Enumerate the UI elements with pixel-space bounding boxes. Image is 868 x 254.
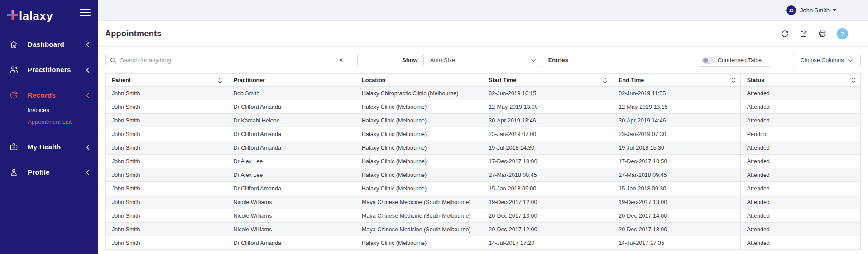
end-time-cell: 19-Jul-2018 15:30 bbox=[612, 141, 741, 155]
toggle-switch-icon bbox=[702, 57, 714, 64]
end-time-cell: 12-May-2019 13:15 bbox=[612, 100, 741, 114]
location-cell: Maya Chinese Medicine (South Melbourne) bbox=[355, 195, 482, 209]
table-row[interactable]: John SmithDr Clifford AmandaHalaxy Clini… bbox=[106, 127, 861, 141]
sidebar-group-profile: Profile bbox=[0, 166, 98, 178]
halaxy-logo[interactable]: lalaxy bbox=[6, 8, 53, 24]
practitioner-cell: Dr Clifford Amanda bbox=[227, 182, 355, 195]
sidebar-subitem-appointment-list[interactable]: Appointment List bbox=[0, 116, 98, 127]
column-header-label: Status bbox=[747, 77, 764, 83]
start-time-cell: 20-Dec-2017 13:00 bbox=[482, 209, 612, 223]
start-time-cell: 30-Apr-2019 13:46 bbox=[482, 114, 612, 127]
table-row[interactable]: John SmithDr Clifford AmandaHalaxy Clini… bbox=[106, 141, 861, 155]
status-cell: Attended bbox=[740, 209, 860, 223]
sidebar-item-my-health[interactable]: My Health bbox=[0, 140, 98, 153]
status-cell: Attended bbox=[740, 182, 860, 195]
export-button[interactable] bbox=[799, 29, 808, 38]
end-time-cell: 20-Dec-2017 14:00 bbox=[612, 209, 741, 223]
table-row[interactable]: John SmithNicole WilliamsMaya Chinese Me… bbox=[106, 209, 861, 223]
status-cell: Attended bbox=[740, 223, 860, 236]
status-cell: Attended bbox=[740, 141, 860, 155]
table-row[interactable]: John SmithDr Clifford AmandaHalaxy Clini… bbox=[106, 182, 861, 195]
column-header-status[interactable]: Status bbox=[740, 74, 860, 87]
chevron-left-icon bbox=[86, 41, 90, 47]
patient-cell: John Smith bbox=[106, 100, 227, 114]
table-row[interactable]: John SmithDr Kamahl HeleneHalaxy Clinic … bbox=[106, 114, 861, 127]
sidebar-group-practitioners: Practitioners bbox=[0, 63, 98, 76]
sidebar-logo-row: lalaxy bbox=[0, 0, 98, 25]
practitioner-cell: Bob Smith bbox=[227, 87, 355, 100]
appointments-table: PatientPractitionerLocationStart TimeEnd… bbox=[105, 73, 861, 250]
status-cell: Attended bbox=[740, 155, 860, 168]
end-time-cell: 19-Dec-2017 13:00 bbox=[612, 195, 741, 209]
user-menu[interactable]: JS John Smith bbox=[786, 5, 836, 15]
start-time-cell: 19-Dec-2017 12:00 bbox=[482, 195, 612, 209]
hamburger-menu-icon[interactable] bbox=[80, 9, 91, 16]
column-header-location: Location bbox=[355, 74, 482, 87]
column-header-start-time[interactable]: Start Time bbox=[482, 74, 612, 87]
sidebar-item-dashboard[interactable]: Dashboard bbox=[0, 38, 98, 50]
end-time-cell: 15-Jan-2018 09:30 bbox=[612, 182, 741, 195]
location-cell: Halaxy Clinic (Melbourne) bbox=[355, 168, 482, 182]
chevron-down-icon bbox=[833, 9, 836, 11]
practitioner-cell: Dr Alex Lee bbox=[227, 155, 355, 168]
sidebar-item-records[interactable]: Records bbox=[0, 88, 98, 101]
condensed-table-label: Condensed Table bbox=[718, 57, 762, 64]
sidebar-item-practitioners[interactable]: Practitioners bbox=[0, 63, 98, 76]
column-header-label: End Time bbox=[619, 77, 644, 83]
table-row[interactable]: John SmithBob SmithHalaxy Chiropractic C… bbox=[106, 87, 861, 100]
clear-search-button[interactable]: ✕ bbox=[337, 57, 353, 64]
table-row[interactable]: John SmithDr Clifford AmandaHalaxy Clini… bbox=[106, 100, 861, 114]
practitioner-cell: Dr Clifford Amanda bbox=[227, 236, 355, 250]
location-cell: Halaxy Clinic (Melbourne) bbox=[355, 155, 482, 168]
table-row[interactable]: John SmithNicole WilliamsMaya Chinese Me… bbox=[106, 195, 861, 209]
end-time-cell: 17-Dec-2017 10:50 bbox=[612, 155, 741, 168]
sidebar-item-label: Practitioners bbox=[28, 66, 86, 73]
end-time-cell: 20-Dec-2017 13:00 bbox=[612, 223, 741, 236]
start-time-cell: 17-Dec-2017 10:00 bbox=[482, 155, 612, 168]
table-row[interactable]: John SmithDr Clifford AmandaHalaxy Clini… bbox=[106, 236, 861, 250]
topbar: JS John Smith bbox=[98, 0, 868, 21]
status-cell: Attended bbox=[740, 100, 860, 114]
sidebar-item-profile[interactable]: Profile bbox=[0, 166, 98, 178]
people-icon bbox=[9, 64, 19, 74]
patient-cell: John Smith bbox=[106, 209, 227, 223]
home-icon bbox=[9, 39, 19, 49]
choose-columns-button[interactable]: Choose Columns bbox=[793, 54, 861, 67]
show-select[interactable]: Auto Size bbox=[423, 54, 542, 67]
page-title: Appointments bbox=[105, 29, 781, 39]
condensed-table-toggle[interactable]: Condensed Table bbox=[697, 54, 772, 67]
patient-cell: John Smith bbox=[106, 168, 227, 182]
location-cell: Maya Chinese Medicine (South Melbourne) bbox=[355, 223, 482, 236]
choose-columns-label: Choose Columns bbox=[801, 57, 844, 64]
sidebar-group-my-health: My Health bbox=[0, 140, 98, 153]
app-root: lalaxy DashboardPractitionersRecordsInvo… bbox=[0, 0, 868, 254]
avatar: JS bbox=[786, 5, 796, 15]
practitioner-cell: Nicole Williams bbox=[227, 223, 355, 236]
chevron-left-icon bbox=[86, 67, 90, 72]
location-cell: Halaxy Clinic (Melbourne) bbox=[355, 182, 482, 195]
end-time-cell: 14-Jul-2017 17:35 bbox=[612, 236, 741, 250]
end-time-cell: 02-Jun-2019 11:55 bbox=[612, 87, 741, 100]
help-button[interactable]: ? bbox=[837, 28, 848, 39]
table-row[interactable]: John SmithNicole WilliamsMaya Chinese Me… bbox=[106, 223, 861, 236]
sidebar: lalaxy DashboardPractitionersRecordsInvo… bbox=[0, 0, 98, 254]
search-input[interactable] bbox=[120, 57, 337, 64]
patient-cell: John Smith bbox=[106, 182, 227, 195]
table-row[interactable]: John SmithDr Alex LeeHalaxy Clinic (Melb… bbox=[106, 168, 861, 182]
table-row[interactable]: John SmithDr Alex LeeHalaxy Clinic (Melb… bbox=[106, 155, 861, 168]
filterbar: ✕ Show Auto Size Entries Condensed Table… bbox=[98, 47, 868, 73]
patient-cell: John Smith bbox=[106, 141, 227, 155]
refresh-button[interactable] bbox=[781, 29, 789, 38]
end-time-cell: 23-Jan-2019 07:30 bbox=[612, 127, 741, 141]
sidebar-group-dashboard: Dashboard bbox=[0, 38, 98, 50]
sidebar-nav: DashboardPractitionersRecordsInvoicesApp… bbox=[0, 25, 98, 178]
location-cell: Halaxy Clinic (Melbourne) bbox=[355, 114, 482, 127]
practitioner-cell: Nicole Williams bbox=[227, 209, 355, 223]
location-cell: Halaxy Chiropractic Clinic (Melbourne) bbox=[355, 87, 482, 100]
sidebar-item-label: Dashboard bbox=[28, 40, 86, 48]
print-button[interactable] bbox=[818, 29, 827, 38]
column-header-end-time[interactable]: End Time bbox=[612, 74, 741, 87]
sidebar-subitem-invoices[interactable]: Invoices bbox=[0, 104, 98, 116]
column-header-patient[interactable]: Patient bbox=[106, 74, 227, 87]
location-cell: Maya Chinese Medicine (South Melbourne) bbox=[355, 209, 482, 223]
